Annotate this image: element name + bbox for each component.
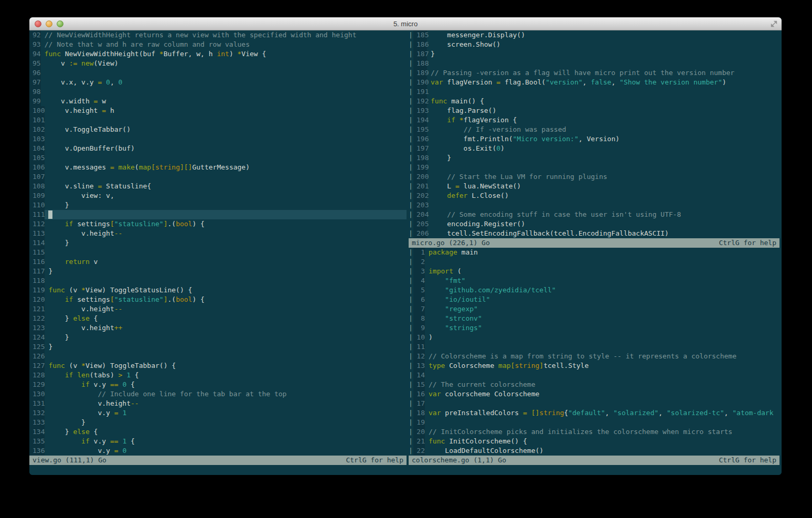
- code-line[interactable]: |21func InitColorscheme() {: [409, 437, 779, 446]
- code-line[interactable]: |192func main() {: [409, 97, 779, 106]
- code-line[interactable]: |15// The current colorscheme: [409, 380, 779, 389]
- code-line[interactable]: 97 v.x, v.y = 0, 0: [29, 78, 407, 87]
- code-line[interactable]: |205 encoding.Register(): [409, 219, 779, 229]
- code-line[interactable]: |13type Colorscheme map[string]tcell.Sty…: [409, 361, 779, 371]
- code-line[interactable]: 134 } else {: [29, 427, 407, 437]
- code-line[interactable]: |188: [409, 59, 779, 68]
- code-line[interactable]: |8 "strconv": [409, 314, 779, 323]
- code-line[interactable]: 128 if len(tabs) > 1 {: [29, 371, 407, 380]
- code-line[interactable]: 99 v.width = w: [29, 97, 407, 106]
- code-line[interactable]: 125}: [29, 342, 407, 352]
- resize-icon[interactable]: [770, 20, 778, 28]
- code-line[interactable]: 121 v.height--: [29, 304, 407, 314]
- code-line[interactable]: 117}: [29, 267, 407, 276]
- code-line[interactable]: 118: [29, 276, 407, 286]
- code-line[interactable]: |203: [409, 200, 779, 210]
- code-line[interactable]: 131 v.height--: [29, 399, 407, 408]
- code-line[interactable]: 120 if settings["statusline"].(bool) {: [29, 295, 407, 304]
- code-line[interactable]: |202 defer L.Close(): [409, 191, 779, 200]
- code-line[interactable]: |187}: [409, 49, 779, 59]
- code-line[interactable]: |197 os.Exit(0): [409, 144, 779, 153]
- code-line[interactable]: 133 }: [29, 418, 407, 427]
- code-line[interactable]: 130 // Include one line for the tab bar …: [29, 389, 407, 399]
- code-line[interactable]: 136 v.y = 0: [29, 446, 407, 456]
- code-line[interactable]: 107: [29, 172, 407, 182]
- code-line[interactable]: 92// NewViewWidthHeight returns a new vi…: [29, 30, 407, 40]
- code-line[interactable]: 103: [29, 134, 407, 144]
- code-line[interactable]: 98: [29, 87, 407, 97]
- code-line[interactable]: |10): [409, 333, 779, 342]
- code-line[interactable]: 119func (v *View) ToggleStatusLine() {: [29, 286, 407, 295]
- code-line[interactable]: 102 v.ToggleTabbar(): [29, 125, 407, 134]
- code-line[interactable]: |191: [409, 87, 779, 97]
- code-line[interactable]: |16var colorscheme Colorscheme: [409, 389, 779, 399]
- code-line[interactable]: 106 v.messages = make(map[string][]Gutte…: [29, 163, 407, 172]
- code-line[interactable]: |2: [409, 257, 779, 267]
- code-line[interactable]: 129 if v.y == 0 {: [29, 380, 407, 389]
- code-line[interactable]: 135 if v.y == 1 {: [29, 437, 407, 446]
- code-line[interactable]: 94func NewViewWidthHeight(buf *Buffer, w…: [29, 49, 407, 59]
- code-line[interactable]: 104 v.OpenBuffer(buf): [29, 144, 407, 153]
- code-line[interactable]: 96: [29, 68, 407, 78]
- minimize-button[interactable]: [46, 20, 52, 27]
- code-line[interactable]: |1package main: [409, 248, 779, 257]
- code-line[interactable]: |11: [409, 342, 779, 352]
- code-line[interactable]: 109 view: v,: [29, 191, 407, 200]
- line-number: 19: [413, 418, 425, 427]
- code-line[interactable]: |206 tcell.SetEncodingFallback(tcell.Enc…: [409, 229, 779, 238]
- code-line[interactable]: 122 } else {: [29, 314, 407, 323]
- code-line[interactable]: |19: [409, 418, 779, 427]
- code-line[interactable]: |194 if *flagVersion {: [409, 115, 779, 125]
- code-line[interactable]: 110 }: [29, 200, 407, 210]
- code-line[interactable]: |14: [409, 371, 779, 380]
- code-line[interactable]: 126: [29, 352, 407, 361]
- code-line[interactable]: |201 L = lua.NewState(): [409, 182, 779, 191]
- code-line[interactable]: |18var preInstalledColors = []string{"de…: [409, 408, 779, 418]
- code-line[interactable]: 114 }: [29, 238, 407, 248]
- code-line[interactable]: |193 flag.Parse(): [409, 106, 779, 115]
- code-line[interactable]: |5 "github.com/zyedidia/tcell": [409, 286, 779, 295]
- zoom-button[interactable]: [57, 20, 63, 27]
- code-token: v.x, v.y: [45, 78, 98, 86]
- code-line[interactable]: 100 v.height = h: [29, 106, 407, 115]
- code-line[interactable]: |190var flagVersion = flag.Bool("version…: [409, 78, 779, 87]
- code-line[interactable]: 101: [29, 115, 407, 125]
- code-line[interactable]: |22 LoadDefaultColorscheme(): [409, 446, 779, 456]
- editor-pane-micro-go[interactable]: |185 messenger.Display()|186 screen.Show…: [409, 30, 779, 238]
- code-line[interactable]: 115: [29, 248, 407, 257]
- code-line[interactable]: |200 // Start the Lua VM for running plu…: [409, 172, 779, 182]
- code-line[interactable]: |196 fmt.Println("Micro version:", Versi…: [409, 134, 779, 144]
- code-line[interactable]: 108 v.sline = Statusline{: [29, 182, 407, 191]
- code-line[interactable]: |6 "io/ioutil": [409, 295, 779, 304]
- code-line[interactable]: |4 "fmt": [409, 276, 779, 286]
- code-line[interactable]: |198 }: [409, 153, 779, 163]
- code-line[interactable]: |7 "regexp": [409, 304, 779, 314]
- code-line[interactable]: |185 messenger.Display(): [409, 30, 779, 40]
- editor-pane-colorscheme-go[interactable]: |1package main|2|3import (|4 "fmt"|5 "gi…: [409, 248, 779, 456]
- code-token: 1: [122, 409, 126, 417]
- code-line[interactable]: 116 return v: [29, 257, 407, 267]
- code-line[interactable]: 112 if settings["statusline"].(bool) {: [29, 219, 407, 229]
- code-line[interactable]: |199: [409, 163, 779, 172]
- code-line[interactable]: |189// Passing -version as a flag will h…: [409, 68, 779, 78]
- code-line[interactable]: 93// Note that w and h are raw column an…: [29, 40, 407, 49]
- code-line[interactable]: |3import (: [409, 267, 779, 276]
- code-line[interactable]: |12// Colorscheme is a map from string t…: [409, 352, 779, 361]
- editor-pane-view-go[interactable]: 92// NewViewWidthHeight returns a new vi…: [29, 30, 407, 456]
- code-line[interactable]: |186 screen.Show(): [409, 40, 779, 49]
- code-line[interactable]: 113 v.height--: [29, 229, 407, 238]
- close-button[interactable]: [35, 20, 41, 27]
- title-bar[interactable]: 5. micro: [29, 17, 782, 30]
- code-line[interactable]: |195 // If -version was passed: [409, 125, 779, 134]
- code-line[interactable]: 105: [29, 153, 407, 163]
- code-line[interactable]: 132 v.y = 1: [29, 408, 407, 418]
- code-line[interactable]: 111: [29, 210, 407, 219]
- code-line[interactable]: |9 "strings": [409, 323, 779, 333]
- code-line[interactable]: |204 // Some encoding stuff in case the …: [409, 210, 779, 219]
- code-line[interactable]: |20// InitColorscheme picks and initiali…: [409, 427, 779, 437]
- code-line[interactable]: 123 v.height++: [29, 323, 407, 333]
- code-line[interactable]: |17: [409, 399, 779, 408]
- code-line[interactable]: 127func (v *View) ToggleTabbar() {: [29, 361, 407, 371]
- code-line[interactable]: 124 }: [29, 333, 407, 342]
- code-line[interactable]: 95 v := new(View): [29, 59, 407, 68]
